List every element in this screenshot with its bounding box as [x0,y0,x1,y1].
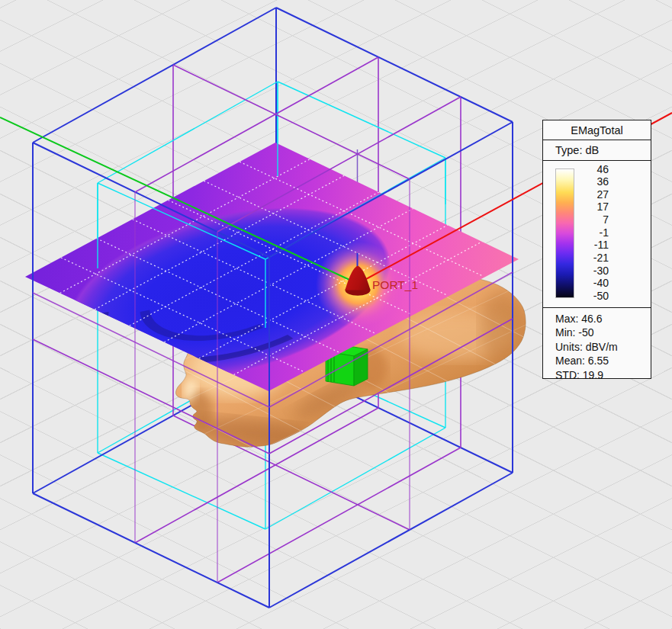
legend-panel: EMagTotal Type: dB 463627177-1-11-21-30-… [542,120,651,379]
stat-units: Units: dBV/m [555,340,651,354]
colorbar-tick-label: -30 [578,265,609,277]
legend-title: EMagTotal [543,120,651,140]
colorbar-tick-label: 7 [578,214,609,226]
colorbar-tick-label: 17 [578,201,609,213]
stat-min: Min: -50 [555,326,651,339]
stat-max: Max: 46.6 [555,312,651,326]
colorbar-tick-label: -11 [578,239,609,251]
colorbar-tick-label: 27 [578,189,609,201]
colorbar-tick-label: -21 [578,252,609,264]
colorbar-tick-label: 36 [578,176,609,188]
colorbar-tick-label: -1 [578,227,609,239]
legend-stats: Max: 46.6 Min: -50 Units: dBV/m Mean: 6.… [543,308,651,382]
colorbar-tick-label: 46 [578,164,609,175]
stat-mean: Mean: 6.55 [555,354,651,367]
colorbar-tick-label: -50 [578,290,609,302]
port-label: PORT_1 [372,278,418,291]
legend-scale-type: Type: dB [543,140,651,161]
viewport-3d[interactable]: PORT_1 EMagTotal Type: dB 463627177-1-11… [0,0,672,629]
legend-colorbar-section: 463627177-1-11-21-30-40-50 [543,161,651,308]
colorbar [555,168,574,298]
colorbar-tick-label: -40 [578,278,609,289]
stat-std: STD: 19.9 [555,368,651,382]
